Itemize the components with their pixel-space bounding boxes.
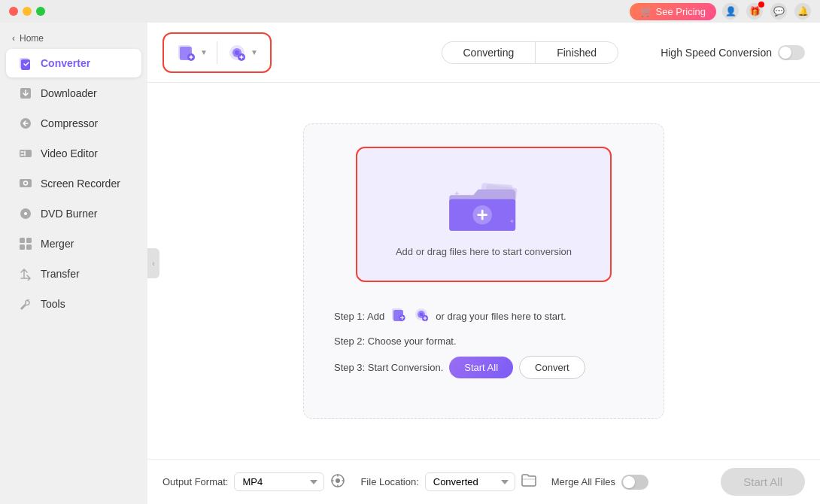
sidebar: ‹ Home Converter Downloader Compres bbox=[0, 23, 147, 504]
merge-all-field: Merge All Files bbox=[551, 475, 648, 490]
transfer-icon bbox=[18, 266, 33, 281]
notification-badge bbox=[758, 2, 764, 8]
add-video-caret: ▼ bbox=[200, 48, 208, 56]
sidebar-label-downloader: Downloader bbox=[41, 87, 97, 99]
file-location-label: File Location: bbox=[360, 476, 418, 487]
svg-rect-10 bbox=[26, 238, 32, 243]
svg-rect-11 bbox=[20, 244, 25, 250]
sidebar-label-converter: Converter bbox=[41, 57, 90, 69]
add-blur-caret: ▼ bbox=[251, 48, 258, 56]
see-pricing-button[interactable]: 🛒 See Pricing bbox=[630, 3, 716, 20]
see-pricing-label: See Pricing bbox=[656, 6, 706, 17]
folder-illustration bbox=[439, 171, 529, 246]
bottom-bar: Output Format: MP4 MKV AVI MOV File Loca… bbox=[147, 459, 820, 504]
title-bar-icons: 👤 🎁 💬 🔔 bbox=[722, 3, 811, 20]
step-1-suffix: or drag your files here to start. bbox=[436, 311, 566, 322]
sidebar-label-transfer: Transfer bbox=[41, 268, 80, 280]
downloader-icon bbox=[18, 86, 33, 101]
drop-zone-text: Add or drag files here to start conversi… bbox=[396, 246, 572, 257]
sidebar-item-transfer[interactable]: Transfer bbox=[6, 260, 141, 288]
sidebar-item-compressor[interactable]: Compressor bbox=[6, 109, 141, 138]
step-1-row: Step 1: Add bbox=[334, 306, 633, 326]
svg-point-28 bbox=[420, 312, 424, 316]
steps-area: Step 1: Add bbox=[319, 294, 648, 396]
output-format-select[interactable]: MP4 MKV AVI MOV bbox=[234, 472, 324, 491]
sidebar-item-tools[interactable]: Tools bbox=[6, 290, 141, 318]
start-all-button[interactable]: Start All bbox=[449, 357, 513, 378]
user-icon-button[interactable]: 👤 bbox=[722, 3, 739, 20]
home-link[interactable]: ‹ Home bbox=[0, 29, 147, 48]
add-video-step-icon[interactable] bbox=[390, 306, 407, 326]
speed-label: High Speed Conversion bbox=[661, 47, 772, 59]
maximize-button[interactable] bbox=[36, 7, 45, 16]
svg-rect-12 bbox=[26, 244, 32, 250]
add-video-button[interactable]: ▼ bbox=[176, 42, 208, 63]
bell-icon-button[interactable]: 🔔 bbox=[794, 3, 811, 20]
tools-icon bbox=[18, 296, 33, 311]
step-3-row: Step 3: Start Conversion. Start All Conv… bbox=[334, 356, 633, 379]
svg-rect-4 bbox=[20, 150, 32, 157]
sidebar-item-merger[interactable]: Merger bbox=[6, 229, 141, 258]
chevron-left-icon: ‹ bbox=[12, 33, 15, 44]
traffic-lights bbox=[9, 7, 45, 16]
toolbar: ▼ ▼ Converting Finished bbox=[147, 23, 820, 83]
output-format-label: Output Format: bbox=[162, 476, 228, 487]
speed-toggle[interactable] bbox=[778, 45, 805, 60]
sidebar-item-video-editor[interactable]: Video Editor bbox=[6, 139, 141, 168]
tab-area: Converting Finished bbox=[442, 41, 619, 64]
add-blur-button[interactable]: ▼ bbox=[226, 42, 258, 63]
svg-rect-9 bbox=[20, 238, 25, 243]
drop-zone-container: Add or drag files here to start conversi… bbox=[303, 123, 664, 419]
video-editor-icon bbox=[18, 146, 33, 161]
step-1-label: Step 1: Add bbox=[334, 311, 384, 322]
add-blur-step-icon[interactable] bbox=[413, 306, 430, 326]
dvd-burner-icon bbox=[18, 206, 33, 221]
folder-open-icon[interactable] bbox=[521, 473, 536, 490]
drop-zone[interactable]: Add or drag files here to start conversi… bbox=[356, 147, 612, 282]
merger-icon bbox=[18, 236, 33, 251]
sidebar-label-video-editor: Video Editor bbox=[41, 147, 98, 159]
tab-finished[interactable]: Finished bbox=[535, 41, 618, 64]
merge-all-toggle[interactable] bbox=[621, 475, 648, 490]
tab-converting[interactable]: Converting bbox=[442, 41, 536, 64]
close-button[interactable] bbox=[9, 7, 18, 16]
home-label: Home bbox=[20, 33, 44, 44]
collapse-handle[interactable]: ‹ bbox=[147, 248, 159, 278]
step-2-label: Step 2: Choose your format. bbox=[334, 335, 457, 347]
step-3-label: Step 3: Start Conversion. bbox=[334, 362, 443, 373]
convert-button[interactable]: Convert bbox=[519, 356, 585, 379]
merge-all-label: Merge All Files bbox=[551, 476, 615, 487]
converter-icon bbox=[18, 56, 33, 71]
output-format-field: Output Format: MP4 MKV AVI MOV bbox=[162, 472, 345, 491]
svg-point-18 bbox=[235, 50, 239, 55]
toolbar-add-group: ▼ ▼ bbox=[162, 32, 272, 73]
gift-icon-button[interactable]: 🎁 bbox=[746, 3, 763, 20]
sidebar-label-merger: Merger bbox=[41, 238, 74, 250]
step-2-row: Step 2: Choose your format. bbox=[334, 335, 633, 347]
sidebar-label-compressor: Compressor bbox=[41, 117, 98, 129]
sidebar-label-tools: Tools bbox=[41, 298, 65, 310]
toolbar-divider bbox=[217, 41, 217, 64]
screen-recorder-icon bbox=[18, 176, 33, 191]
title-bar: 🛒 See Pricing 👤 🎁 💬 🔔 bbox=[0, 0, 820, 23]
svg-point-31 bbox=[336, 478, 340, 483]
title-bar-right: 🛒 See Pricing 👤 🎁 💬 🔔 bbox=[630, 3, 811, 20]
start-all-main-button[interactable]: Start All bbox=[721, 468, 805, 496]
svg-point-8 bbox=[24, 212, 27, 215]
sidebar-item-converter[interactable]: Converter bbox=[6, 49, 141, 77]
output-format-settings-icon[interactable] bbox=[330, 473, 345, 491]
file-location-select[interactable]: Converted Desktop Downloads bbox=[425, 472, 515, 491]
compressor-icon bbox=[18, 116, 33, 131]
svg-rect-5 bbox=[20, 179, 32, 187]
file-location-field: File Location: Converted Desktop Downloa… bbox=[360, 472, 536, 491]
content-area: ‹ ▼ bbox=[147, 23, 820, 504]
sidebar-item-downloader[interactable]: Downloader bbox=[6, 79, 141, 108]
speed-area: High Speed Conversion bbox=[661, 45, 805, 60]
chat-icon-button[interactable]: 💬 bbox=[770, 3, 787, 20]
sidebar-label-dvd-burner: DVD Burner bbox=[41, 208, 97, 220]
sidebar-item-screen-recorder[interactable]: Screen Recorder bbox=[6, 169, 141, 198]
sidebar-label-screen-recorder: Screen Recorder bbox=[41, 178, 120, 190]
minimize-button[interactable] bbox=[23, 7, 32, 16]
sidebar-item-dvd-burner[interactable]: DVD Burner bbox=[6, 199, 141, 228]
cart-icon: 🛒 bbox=[640, 6, 652, 17]
